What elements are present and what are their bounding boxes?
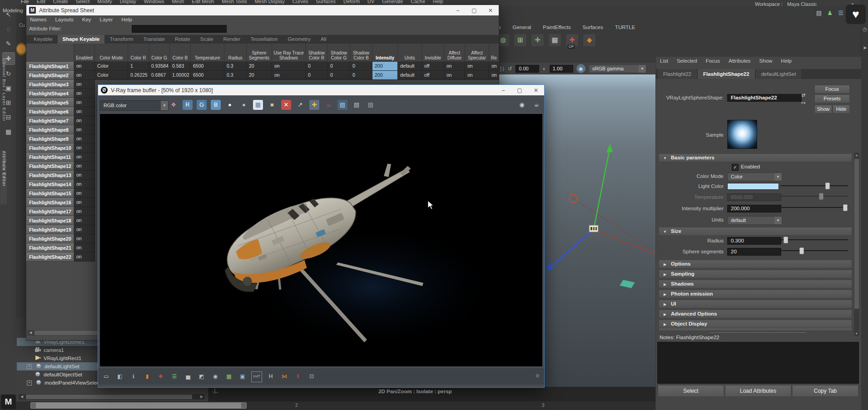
- cell[interactable]: 0: [306, 62, 328, 71]
- row-name-button[interactable]: FlashlightShape11: [26, 153, 74, 162]
- cell[interactable]: on: [74, 162, 95, 171]
- range-end-handle[interactable]: [241, 403, 246, 408]
- cell[interactable]: on: [444, 62, 465, 71]
- menu-display[interactable]: Display: [120, 0, 136, 4]
- blue-channel-icon[interactable]: B: [211, 100, 221, 110]
- workspace-value[interactable]: Maya Classic: [787, 1, 851, 7]
- cell[interactable]: on: [489, 62, 499, 71]
- row-name-button[interactable]: FlashlightShape15: [26, 189, 74, 198]
- pipeline-boxes-icon[interactable]: ▤: [815, 9, 823, 17]
- cell[interactable]: 0.583: [170, 62, 191, 71]
- scroll-down-icon[interactable]: ▼: [854, 332, 859, 335]
- cell[interactable]: on: [489, 71, 499, 80]
- range-slider[interactable]: ::::: [30, 402, 247, 409]
- spreadsheet-tab-tessellation[interactable]: Tessellation: [245, 35, 283, 44]
- section-photon-emission[interactable]: ▶Photon emission: [659, 290, 852, 298]
- scrollbar-thumb[interactable]: [854, 159, 859, 309]
- outliner-scrollbar[interactable]: ◀ ▶: [19, 394, 205, 400]
- tab-channel-box[interactable]: Channel Box / Layer Editor: [0, 58, 7, 147]
- row-name-button[interactable]: FlashlightShape2: [26, 71, 74, 80]
- menu-cache[interactable]: Cache: [411, 0, 425, 4]
- background-swatch-icon[interactable]: ▮: [142, 371, 152, 381]
- spreadsheet-tab-scale[interactable]: Scale: [195, 35, 218, 44]
- row-name-button[interactable]: FlashlightShape16: [26, 198, 74, 207]
- cell[interactable]: 0.3: [224, 62, 247, 71]
- cell[interactable]: 0: [328, 62, 350, 71]
- menu-help[interactable]: Help: [433, 0, 443, 4]
- menu-generate[interactable]: Generate: [382, 0, 403, 4]
- spreadsheet-tab-keyable[interactable]: Keyable: [29, 35, 58, 44]
- cp-axis-icon[interactable]: ✚CP: [565, 34, 579, 47]
- tab-attribute-editor[interactable]: Attribute Editor: [0, 151, 7, 204]
- cell[interactable]: 200: [372, 62, 398, 71]
- radius-slider[interactable]: [781, 236, 848, 243]
- ae-menu-show[interactable]: Show: [759, 58, 773, 64]
- gray-level-icon[interactable]: ●: [239, 100, 249, 110]
- radius-field[interactable]: 0.300: [727, 237, 781, 245]
- cell[interactable]: on: [74, 125, 95, 134]
- cell[interactable]: on: [74, 225, 95, 234]
- cell[interactable]: on: [74, 80, 95, 89]
- menu-surfaces[interactable]: Surfaces: [316, 0, 336, 4]
- show-button[interactable]: Show: [814, 105, 832, 114]
- color-corrections-icon[interactable]: ❖: [169, 100, 179, 110]
- vfb-titlebar[interactable]: Ø V-Ray frame buffer - [50% of 1920 x 10…: [98, 85, 544, 95]
- spreadsheet-tab-translate[interactable]: Translate: [138, 35, 170, 44]
- spreadsheet-titlebar[interactable]: M Attribute Spread Sheet – ▢ ✕: [26, 5, 499, 15]
- duplicate-image-icon[interactable]: ↗: [295, 100, 305, 110]
- section-basic-parameters[interactable]: ▼Basic parameters: [659, 153, 852, 162]
- row-name-button[interactable]: FlashlightShape22: [26, 252, 74, 262]
- tab-flashlightshape22[interactable]: FlashlightShape22: [698, 69, 755, 79]
- cell[interactable]: on: [74, 134, 95, 143]
- row-name-button[interactable]: FlashlightShape13: [26, 171, 74, 180]
- show-pixels-icon[interactable]: ▭: [101, 371, 111, 381]
- cell[interactable]: 20: [247, 62, 272, 71]
- stop-icon[interactable]: ‖: [293, 371, 303, 381]
- shape-name-field[interactable]: FlashlightShape22: [727, 94, 802, 102]
- ae-menu-help[interactable]: Help: [781, 58, 792, 64]
- cell[interactable]: off: [422, 71, 444, 80]
- save-image-icon[interactable]: ▦: [253, 100, 263, 110]
- attribute-editor-scrollbar[interactable]: ▲ ▼: [854, 153, 859, 336]
- section-advanced-options[interactable]: ▶Advanced Options: [659, 310, 852, 318]
- colorspace-icon[interactable]: ◉: [576, 64, 585, 73]
- panel-splitter-handle[interactable]: [710, 332, 806, 333]
- spreadsheet-menu-help[interactable]: Help: [121, 17, 132, 22]
- scroll-up-icon[interactable]: ▲: [854, 153, 859, 157]
- cell[interactable]: on: [74, 180, 95, 189]
- history-clock-icon[interactable]: ◷: [863, 26, 867, 32]
- shelf-tab-turtle[interactable]: TURTLE: [611, 24, 639, 31]
- cell[interactable]: 0: [350, 62, 372, 71]
- menu-uv[interactable]: UV: [367, 0, 374, 4]
- select-button[interactable]: Select: [658, 385, 724, 397]
- presets-button[interactable]: Presets: [814, 94, 850, 103]
- maximize-icon[interactable]: ▢: [466, 7, 482, 14]
- cell[interactable]: default: [398, 71, 422, 80]
- row-name-button[interactable]: FlashlightShape12: [26, 162, 74, 171]
- menu-windows[interactable]: Windows: [144, 0, 164, 4]
- cell[interactable]: 6500: [191, 71, 224, 80]
- section-clipped[interactable]: [659, 328, 852, 331]
- spreadsheet-tab-geometry[interactable]: Geometry: [283, 35, 316, 44]
- cell[interactable]: 0.3: [224, 71, 247, 80]
- cell[interactable]: Color: [95, 71, 128, 80]
- spreadsheet-menu-key[interactable]: Key: [82, 17, 91, 22]
- expand-icon[interactable]: +: [27, 380, 32, 385]
- exposure-stops-field[interactable]: 0.00: [516, 65, 539, 73]
- row-name-button[interactable]: FlashlightShape3: [26, 80, 74, 89]
- copy-tab-button[interactable]: Copy Tab: [792, 385, 858, 397]
- favorites-heart-icon[interactable]: ♥: [846, 5, 866, 24]
- intensity-field[interactable]: 200.000: [727, 205, 781, 212]
- row-name-button[interactable]: FlashlightShape6: [26, 107, 74, 116]
- cell[interactable]: on: [74, 234, 95, 243]
- cell[interactable]: on: [74, 98, 95, 107]
- row-name-button[interactable]: FlashlightShape20: [26, 234, 74, 243]
- row-name-button[interactable]: FlashlightShape17: [26, 207, 74, 216]
- expand-icon[interactable]: +: [27, 364, 32, 369]
- cell[interactable]: Color: [95, 62, 128, 71]
- shelf-tab-surfaces[interactable]: Surfaces: [579, 24, 607, 31]
- row-name-button[interactable]: FlashlightShape18: [26, 216, 74, 225]
- histogram-icon[interactable]: ▅: [183, 371, 193, 381]
- enabled-checkbox[interactable]: ✓: [732, 164, 739, 171]
- lasso-tool-icon[interactable]: ◌: [3, 23, 15, 35]
